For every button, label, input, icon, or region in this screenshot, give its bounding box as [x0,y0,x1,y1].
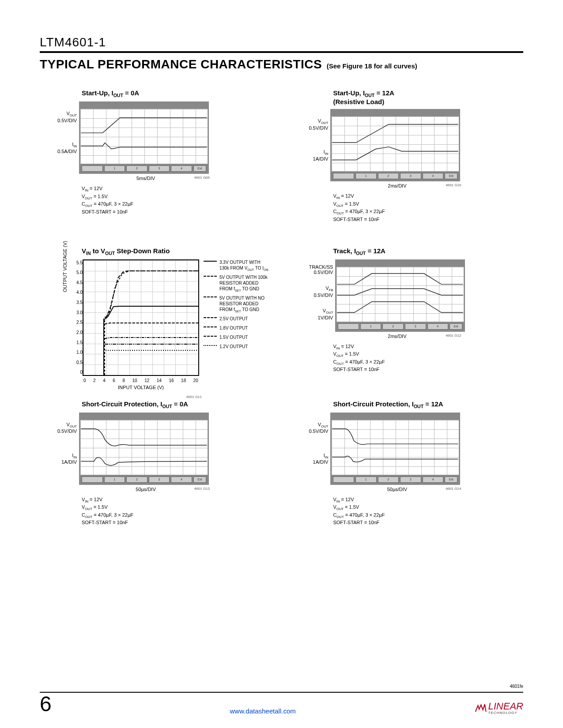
chart-stepdown-ratio: VIN to VOUT Step-Down Ratio [40,247,272,376]
figure-id: 4601 G09 [194,176,210,180]
chart-title: Start-Up, IOUT = 12A(Resistive Load) [333,89,394,105]
scope-plot: 1234Ext [330,109,460,181]
chart-title: VIN to VOUT Step-Down Ratio [82,247,170,256]
chart-conditions: VIN = 12VVOUT = 1.5VCOUT = 470µF, 3 × 22… [333,496,385,526]
scope-plot: 1234Ext [330,413,460,485]
part-number: LTM4601-1 [40,35,523,49]
logo-icon [474,702,487,715]
y-axis-label: OUTPUT VOLTAGE (V) [62,240,68,292]
x-axis-label: 2ms/DIV [388,183,406,188]
company-logo: LINEAR TECHNOLOGY [474,702,523,715]
figure-id: 4601 G12 [446,334,461,338]
y-channel-labels: VOUT0.5V/DIV IIN1A/DIV [309,413,330,474]
chart-title: Short-Circuit Protection, IOUT = 12A [333,400,443,409]
x-axis-label: 5ms/DIV [136,176,155,181]
y-channel-labels: VOUT0.5V/DIV IIN1A/DIV [57,413,79,474]
page-footer: 4601fe 6 www.datasheetall.com LINEAR TEC… [40,692,523,715]
logo-text: LINEAR [488,702,523,711]
chart-startup-12a: Start-Up, IOUT = 12A(Resistive Load) VOU… [291,89,523,223]
chart-title: Start-Up, IOUT = 0A [82,89,139,98]
chart-conditions: VIN = 12VVOUT = 1.5VCOUT = 470µF, 3 × 22… [333,343,385,373]
section-note: (See Figure 18 for all curves) [327,62,417,70]
scope-plot: 1234Ext [79,101,209,174]
chart-conditions: VIN = 12VVOUT = 1.5VCOUT = 470µF, 3 × 22… [333,193,385,223]
chart-title: Track, IOUT = 12A [333,247,385,256]
page-number: 6 [40,694,52,715]
figure-id: 4601 G13 [194,487,210,491]
x-ticks: 02468101214161820 [83,378,198,383]
figure-id: 4601 G11 [186,395,202,399]
chart-track-12a: Track, IOUT = 12A TRACK/SS0.5V/DIV VFB0.… [291,247,523,376]
y-ticks: 5.55.04.54.03.53.02.52.01.51.00.50 [70,260,83,375]
figure-id: 4601 G14 [446,487,461,491]
chart-short-circuit-0a: Short-Circuit Protection, IOUT = 0A VOUT… [40,400,272,526]
scope-plot: 1234Ext [79,413,209,485]
footer-url[interactable]: www.datasheetall.com [230,707,295,715]
x-axis-label: 50µs/DIV [136,487,155,492]
section-title: TYPICAL PERFORMANCE CHARACTERISTICS [40,57,322,71]
x-axis-label: 50µs/DIV [387,487,407,492]
chart-startup-0a: Start-Up, IOUT = 0A VOUT0.5V/DIV IIN0.5A… [40,89,272,223]
doc-revision: 4601fe [510,684,523,689]
figure-id: 4601 G10 [446,183,461,187]
chart-conditions: VIN = 12VVOUT = 1.5VCOUT = 470µF, 3 × 22… [82,496,133,526]
header-rule [40,51,523,53]
line-chart: 5.55.04.54.03.53.02.52.01.51.00.50 02468… [83,259,199,376]
y-channel-labels: VOUT0.5V/DIV IIN0.5A/DIV [57,101,79,163]
y-channel-labels: VOUT0.5V/DIV IIN1A/DIV [309,109,330,171]
chart-title: Short-Circuit Protection, IOUT = 0A [82,400,188,409]
chart-conditions: VIN = 12VVOUT = 1.5VCOUT = 470µF, 3 × 22… [82,185,133,215]
chart-short-circuit-12a: Short-Circuit Protection, IOUT = 12A VOU… [291,400,523,526]
scope-plot: 1234Ext [335,259,465,332]
y-channel-labels: TRACK/SS0.5V/DIV VFB0.5V/DIV VOUT1V/DIV [309,259,335,326]
x-axis-label: INPUT VOLTAGE (V) [83,385,198,390]
x-axis-label: 2ms/DIV [388,334,406,339]
legend: 3.3V OUTPUT WITH 130k FROM VOUT TO ION 5… [204,259,270,353]
